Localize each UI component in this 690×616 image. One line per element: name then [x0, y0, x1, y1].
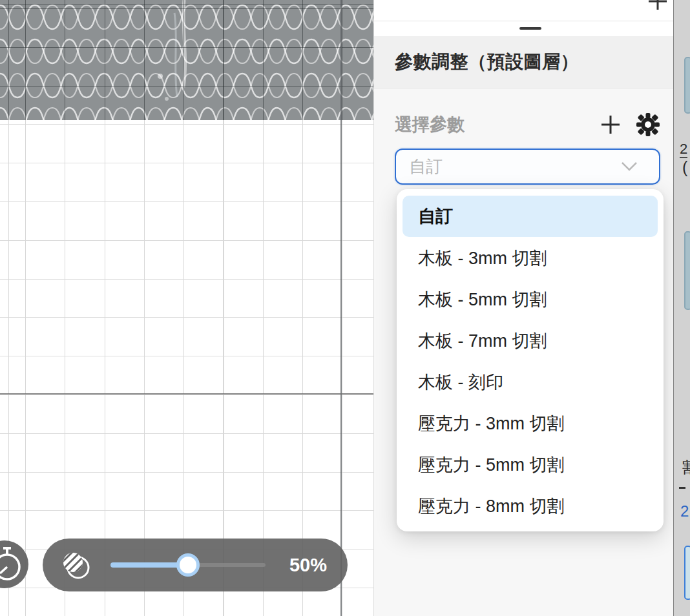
dropdown-item-acrylic-3mm-cut[interactable]: 壓克力 - 3mm 切割	[397, 403, 664, 444]
drag-handle[interactable]	[519, 27, 541, 30]
clipped-button-sliver[interactable]	[684, 546, 690, 600]
parameter-dropdown-menu: 自訂 木板 - 3mm 切割 木板 - 5mm 切割 木板 - 7mm 切割 木…	[397, 189, 664, 531]
zoom-slider[interactable]	[110, 562, 266, 568]
timer-icon	[0, 540, 28, 588]
grid-major-horizontal-line	[0, 393, 373, 395]
dropdown-item-acrylic-5mm-cut[interactable]: 壓克力 - 5mm 切割	[397, 444, 664, 486]
parameter-select-value: 自訂	[409, 156, 443, 178]
dropdown-item-wood-3mm-cut[interactable]: 木板 - 3mm 切割	[397, 238, 664, 279]
dropdown-item-custom[interactable]: 自訂	[402, 196, 658, 237]
panel-title: 參數調整（預設圖層）	[374, 36, 673, 88]
grid-major-vertical-line	[340, 0, 342, 616]
gear-icon	[636, 112, 660, 137]
edge-text-fragment: (	[682, 159, 687, 176]
clipped-button-sliver[interactable]	[684, 57, 690, 114]
dropdown-item-wood-engrave[interactable]: 木板 - 刻印	[397, 362, 664, 403]
zoom-slider-thumb[interactable]	[176, 553, 200, 577]
zoom-value-label: 50%	[289, 555, 327, 576]
dropdown-item-wood-5mm-cut[interactable]: 木板 - 5mm 切割	[397, 279, 664, 320]
edge-dash-fragment	[679, 487, 685, 489]
edge-text-fragment: 2	[680, 504, 689, 519]
design-canvas[interactable]	[0, 0, 373, 616]
app-window: 50% 參數調整（預設圖層） 選擇參數	[0, 0, 690, 616]
parameter-select[interactable]: 自訂	[395, 149, 660, 185]
texture-grid-overlay	[0, 0, 373, 120]
edge-text-fragment: 2	[680, 142, 687, 158]
dropdown-item-acrylic-8mm-cut[interactable]: 壓克力 - 8mm 切割	[397, 486, 664, 527]
clipped-button-sliver[interactable]	[684, 231, 690, 310]
dropdown-item-wood-7mm-cut[interactable]: 木板 - 7mm 切割	[397, 320, 664, 362]
zoom-toolbar: 50%	[43, 539, 348, 591]
parameter-panel: 參數調整（預設圖層） 選擇參數	[373, 0, 673, 616]
timer-button[interactable]	[0, 540, 28, 588]
add-parameter-button[interactable]	[600, 114, 622, 136]
select-parameter-label: 選擇參數	[395, 113, 465, 136]
chevron-down-icon	[620, 161, 638, 172]
edge-text-fragment: 割	[682, 460, 690, 475]
panel-top-row	[374, 0, 673, 21]
plus-icon[interactable]	[646, 0, 669, 17]
parameter-settings-button[interactable]	[636, 112, 660, 137]
opacity-icon[interactable]	[57, 547, 93, 583]
plus-icon	[600, 114, 622, 136]
panel-handle-row	[374, 21, 673, 36]
right-edge-strip: 2 ( 割 2	[673, 0, 690, 616]
panel-body: 選擇參數	[374, 88, 673, 185]
